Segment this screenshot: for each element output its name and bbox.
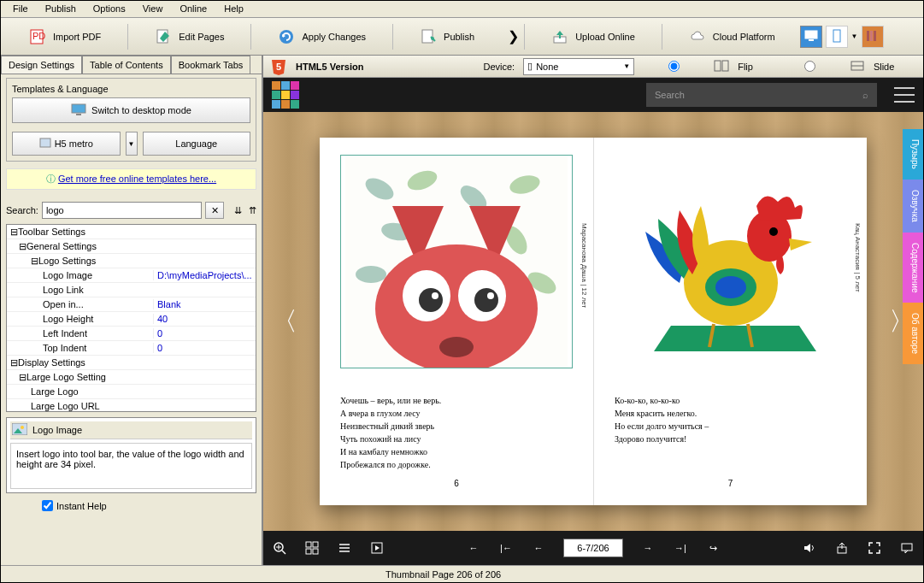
svg-rect-13 xyxy=(72,104,85,113)
tree-row[interactable]: Logo Link xyxy=(7,283,256,297)
publish-button[interactable]: Publish xyxy=(398,23,496,50)
first-icon[interactable]: |← xyxy=(498,540,514,556)
theme-select-button[interactable]: H5 metro xyxy=(12,132,121,156)
view-mode-mobile[interactable] xyxy=(826,26,848,48)
svg-point-5 xyxy=(431,37,434,40)
prev-page-arrow[interactable]: 〈 xyxy=(272,300,297,343)
statusbar: Thumbnail Page 206 of 206 xyxy=(1,565,923,582)
next-arrow-icon[interactable]: ❯ xyxy=(508,28,519,44)
apply-changes-button[interactable]: Apply Changes xyxy=(256,23,387,50)
menu-file[interactable]: File xyxy=(4,1,37,17)
html5-icon: 5 xyxy=(270,58,287,75)
book: Марасанова Даша | 12 лет Хочешь – верь, … xyxy=(320,138,867,505)
tree-row[interactable]: Large Logo xyxy=(7,385,256,399)
switch-desktop-button[interactable]: Switch to desktop mode xyxy=(12,97,250,123)
upload-online-button[interactable]: Upload Online xyxy=(530,23,656,50)
autoplay-icon[interactable] xyxy=(369,540,385,556)
thumbnails-icon[interactable] xyxy=(304,540,320,556)
cloud-platform-button[interactable]: Cloud Platform xyxy=(668,23,797,50)
tree-row[interactable]: ⊟Display Settings xyxy=(7,356,256,370)
menu-icon[interactable] xyxy=(894,87,915,103)
tree-row[interactable]: Top Indent0 xyxy=(7,341,256,356)
side-tab[interactable]: Озвучка xyxy=(903,180,923,233)
search-input[interactable] xyxy=(42,202,202,219)
left-text: Хочешь – верь, или не верь.А вчера в глу… xyxy=(340,394,573,471)
flip-radio[interactable] xyxy=(668,61,680,72)
tab-design-settings[interactable]: Design Settings xyxy=(1,56,82,74)
settings-tree[interactable]: ⊟Toolbar Settings⊟General Settings⊟Logo … xyxy=(6,224,256,412)
menu-options[interactable]: Options xyxy=(85,1,134,17)
instant-help-checkbox[interactable] xyxy=(42,500,53,511)
sound-icon[interactable] xyxy=(802,540,817,556)
last-icon[interactable]: →| xyxy=(673,540,688,556)
share-icon[interactable] xyxy=(834,540,850,556)
list-icon[interactable] xyxy=(337,540,352,556)
collapse-tree-icon[interactable]: ⇈ xyxy=(249,205,256,216)
slide-radio[interactable] xyxy=(804,61,815,72)
tree-row[interactable]: Left Indent0 xyxy=(7,327,256,341)
tree-row[interactable]: Logo Height40 xyxy=(7,312,256,327)
menu-view[interactable]: View xyxy=(134,1,172,17)
tree-row[interactable]: Open in...Blank xyxy=(7,297,256,312)
svg-rect-12 xyxy=(874,31,876,41)
svg-point-44 xyxy=(715,276,746,298)
left-page: Марасанова Даша | 12 лет Хочешь – верь, … xyxy=(320,138,593,505)
svg-rect-19 xyxy=(715,61,721,71)
menubar: FilePublishOptionsViewOnlineHelp xyxy=(1,1,923,18)
book-area: 〈 〉 xyxy=(263,112,923,531)
view-mode-desktop[interactable] xyxy=(800,26,822,48)
tree-row[interactable]: ⊟Logo Settings xyxy=(7,254,256,268)
svg-rect-53 xyxy=(306,549,311,554)
svg-point-38 xyxy=(487,292,494,299)
comment-icon[interactable] xyxy=(899,540,915,556)
fullscreen-icon[interactable] xyxy=(867,540,882,556)
device-label: Device: xyxy=(483,62,515,72)
clear-search-button[interactable]: ✕ xyxy=(205,202,224,219)
side-tab[interactable]: Содержание xyxy=(903,233,923,303)
side-tab[interactable]: Пузырь xyxy=(903,129,923,180)
next-icon[interactable]: ↪ xyxy=(705,540,721,556)
logo-icon xyxy=(272,81,299,109)
svg-point-30 xyxy=(356,266,386,283)
page-input[interactable] xyxy=(563,539,623,557)
left-panel: Design Settings Table of Contents Bookma… xyxy=(1,56,263,565)
menu-publish[interactable]: Publish xyxy=(37,1,85,17)
tree-row[interactable]: Large Logo URL xyxy=(7,399,256,412)
import-pdf-button[interactable]: PDFImport PDF xyxy=(8,23,122,50)
zoom-icon[interactable] xyxy=(272,540,287,556)
svg-rect-15 xyxy=(40,138,50,147)
rooster-illustration xyxy=(620,155,842,368)
tab-bookmark-tabs[interactable]: Bookmark Tabs xyxy=(171,56,251,74)
flip-icon xyxy=(714,59,729,74)
expand-tree-icon[interactable]: ⇊ xyxy=(234,205,242,216)
language-button[interactable]: Language xyxy=(143,132,251,156)
svg-rect-9 xyxy=(833,30,840,42)
more-templates-link[interactable]: Get more free online templates here... xyxy=(58,174,216,184)
svg-line-50 xyxy=(282,551,285,554)
viewer-search-input[interactable]: Search⌕ xyxy=(646,83,877,107)
viewer-toolbar: ← |← ← → →| ↪ xyxy=(263,531,923,565)
bookmark-side-tabs: ПузырьОзвучкаСодержаниеОб авторе xyxy=(903,129,923,364)
bookshelf-button[interactable] xyxy=(862,26,884,48)
tree-row[interactable]: ⊟General Settings xyxy=(7,239,256,254)
prev-icon[interactable]: ← xyxy=(466,540,481,556)
view-mode-dropdown-icon[interactable]: ▼ xyxy=(851,32,858,40)
svg-point-37 xyxy=(432,292,438,299)
device-select[interactable]: ▯None▼ xyxy=(523,58,634,75)
menu-help[interactable]: Help xyxy=(215,1,252,17)
back-icon[interactable]: ← xyxy=(531,540,546,556)
svg-rect-20 xyxy=(722,61,728,71)
tree-row[interactable]: ⊟Large Logo Setting xyxy=(7,370,256,385)
tree-row[interactable]: Logo ImageD:\myMediaProjects\... xyxy=(7,268,256,283)
side-tab[interactable]: Об авторе xyxy=(903,303,923,364)
cloud-icon xyxy=(689,28,706,45)
forward-icon[interactable]: → xyxy=(640,540,656,556)
slide-icon xyxy=(850,59,865,74)
tree-row[interactable]: ⊟Toolbar Settings xyxy=(7,225,256,239)
preview-topbar: 5 HTML5 Version Device: ▯None▼ Flip Slid… xyxy=(263,56,923,78)
tab-table-of-contents[interactable]: Table of Contents xyxy=(82,56,171,74)
theme-dropdown-icon[interactable]: ▼ xyxy=(126,132,138,156)
image-icon xyxy=(12,423,27,437)
edit-pages-button[interactable]: Edit Pages xyxy=(133,23,245,50)
menu-online[interactable]: Online xyxy=(171,1,215,17)
